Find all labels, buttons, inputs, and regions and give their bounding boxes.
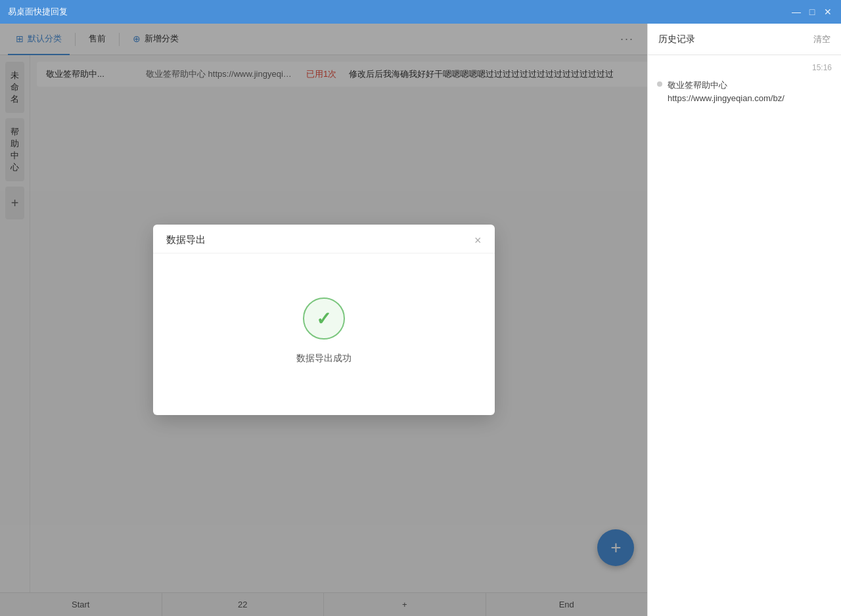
app-title: 易桌面快捷回复 (8, 6, 68, 18)
history-item[interactable]: 敬业签帮助中心 https://www.jingyeqian.com/bz/ (648, 75, 841, 108)
history-item-text: 敬业签帮助中心 https://www.jingyeqian.com/bz/ (668, 79, 832, 104)
history-timestamp: 15:16 (648, 60, 841, 75)
history-clear-button[interactable]: 清空 (813, 33, 830, 45)
modal-overlay[interactable]: 数据导出 × ✓ 数据导出成功 (0, 24, 647, 616)
window-controls: — □ ✕ (791, 7, 833, 17)
history-list: 15:16 敬业签帮助中心 https://www.jingyeqian.com… (648, 55, 841, 616)
maximize-button[interactable]: □ (807, 7, 817, 17)
success-icon-circle: ✓ (303, 297, 345, 340)
history-dot (657, 81, 662, 87)
close-button[interactable]: ✕ (823, 7, 833, 17)
titlebar: 易桌面快捷回复 — □ ✕ (0, 0, 841, 24)
checkmark-icon: ✓ (316, 308, 331, 330)
dialog-close-button[interactable]: × (474, 234, 482, 246)
dialog-title: 数据导出 (166, 234, 206, 246)
history-header: 历史记录 清空 (648, 24, 841, 55)
history-title: 历史记录 (658, 33, 695, 45)
minimize-button[interactable]: — (791, 7, 802, 17)
dialog-header: 数据导出 × (153, 225, 495, 253)
dialog-success-message: 数据导出成功 (296, 353, 352, 364)
dialog-body: ✓ 数据导出成功 (153, 253, 495, 415)
right-panel: 历史记录 清空 15:16 敬业签帮助中心 https://www.jingye… (647, 24, 841, 616)
export-dialog: 数据导出 × ✓ 数据导出成功 (153, 225, 495, 415)
